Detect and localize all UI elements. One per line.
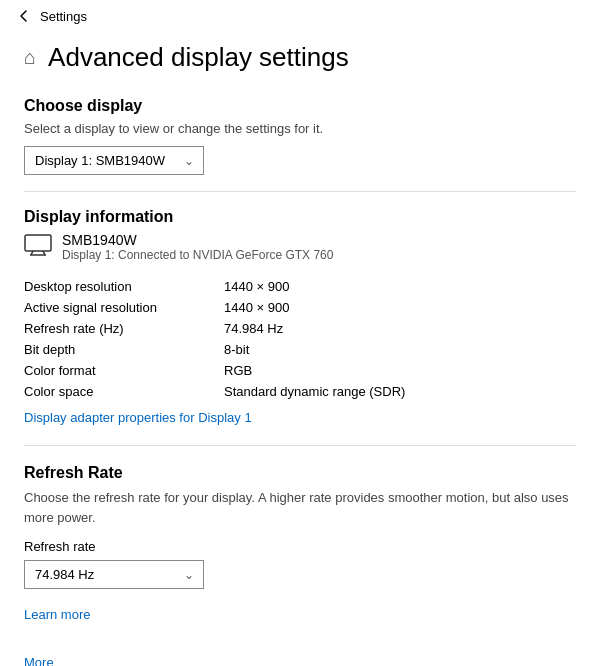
info-value: RGB bbox=[224, 360, 576, 381]
refresh-rate-section: Refresh Rate Choose the refresh rate for… bbox=[24, 464, 576, 622]
choose-display-section: Choose display Select a display to view … bbox=[24, 97, 576, 175]
monitor-info: SMB1940W Display 1: Connected to NVIDIA … bbox=[62, 232, 333, 262]
adapter-properties-link[interactable]: Display adapter properties for Display 1 bbox=[24, 410, 252, 425]
divider-1 bbox=[24, 191, 576, 192]
table-row: Desktop resolution1440 × 900 bbox=[24, 276, 576, 297]
main-content: ⌂ Advanced display settings Choose displ… bbox=[0, 32, 600, 646]
info-value: 74.984 Hz bbox=[224, 318, 576, 339]
table-row: Active signal resolution1440 × 900 bbox=[24, 297, 576, 318]
info-label: Color format bbox=[24, 360, 224, 381]
refresh-rate-title: Refresh Rate bbox=[24, 464, 576, 482]
info-value: Standard dynamic range (SDR) bbox=[224, 381, 576, 402]
display-info-title: Display information bbox=[24, 208, 576, 226]
page-header: ⌂ Advanced display settings bbox=[24, 42, 576, 73]
monitor-subtitle: Display 1: Connected to NVIDIA GeForce G… bbox=[62, 248, 333, 262]
monitor-icon bbox=[24, 234, 52, 262]
display-info-table: Desktop resolution1440 × 900Active signa… bbox=[24, 276, 576, 402]
footer: More bbox=[0, 646, 600, 666]
refresh-dropdown-container: 74.984 Hz ⌄ bbox=[24, 560, 204, 589]
display-dropdown[interactable]: Display 1: SMB1940W bbox=[24, 146, 204, 175]
display-info-section: Display information SMB1940W Display 1: … bbox=[24, 208, 576, 425]
back-button[interactable] bbox=[16, 8, 32, 24]
table-row: Bit depth8-bit bbox=[24, 339, 576, 360]
info-label: Refresh rate (Hz) bbox=[24, 318, 224, 339]
learn-more-link[interactable]: Learn more bbox=[24, 607, 90, 622]
monitor-header: SMB1940W Display 1: Connected to NVIDIA … bbox=[24, 232, 576, 262]
refresh-rate-description: Choose the refresh rate for your display… bbox=[24, 488, 576, 527]
info-label: Bit depth bbox=[24, 339, 224, 360]
page-title: Advanced display settings bbox=[48, 42, 349, 73]
info-value: 8-bit bbox=[224, 339, 576, 360]
table-row: Color formatRGB bbox=[24, 360, 576, 381]
info-label: Desktop resolution bbox=[24, 276, 224, 297]
info-value: 1440 × 900 bbox=[224, 297, 576, 318]
monitor-name: SMB1940W bbox=[62, 232, 333, 248]
refresh-rate-label: Refresh rate bbox=[24, 539, 576, 554]
info-label: Color space bbox=[24, 381, 224, 402]
table-row: Refresh rate (Hz)74.984 Hz bbox=[24, 318, 576, 339]
info-value: 1440 × 900 bbox=[224, 276, 576, 297]
top-navigation: Settings bbox=[0, 0, 600, 32]
home-icon: ⌂ bbox=[24, 46, 36, 69]
display-dropdown-container: Display 1: SMB1940W ⌄ bbox=[24, 146, 204, 175]
info-label: Active signal resolution bbox=[24, 297, 224, 318]
divider-2 bbox=[24, 445, 576, 446]
nav-settings-label: Settings bbox=[40, 9, 87, 24]
refresh-rate-dropdown[interactable]: 74.984 Hz bbox=[24, 560, 204, 589]
choose-display-title: Choose display bbox=[24, 97, 576, 115]
table-row: Color spaceStandard dynamic range (SDR) bbox=[24, 381, 576, 402]
choose-display-subtitle: Select a display to view or change the s… bbox=[24, 121, 576, 136]
svg-rect-0 bbox=[25, 235, 51, 251]
learn-more-container: Learn more bbox=[24, 599, 576, 622]
more-link[interactable]: More bbox=[24, 655, 54, 666]
